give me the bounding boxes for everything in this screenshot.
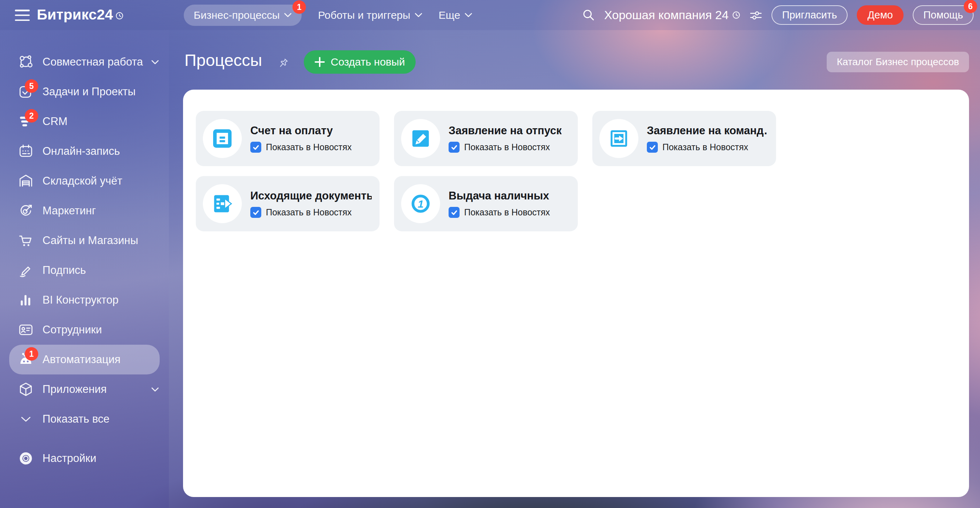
top-nav-label: Роботы и триггеры — [318, 9, 410, 21]
top-nav-label: Еще — [439, 9, 460, 21]
process-feed-toggle[interactable]: Показать в Новостях — [647, 142, 768, 153]
sidebar-item-label: CRM — [43, 115, 68, 128]
invite-button[interactable]: Пригласить — [772, 5, 848, 25]
process-title[interactable]: Счет на оплату — [250, 124, 352, 137]
pin-icon[interactable] — [277, 58, 289, 71]
sidebar-item[interactable]: Маркетинг — [0, 196, 169, 226]
gear-icon — [18, 450, 34, 467]
checkbox-checked-icon[interactable] — [250, 142, 261, 153]
sidebar-item[interactable]: 5Задачи и Проекты — [0, 77, 169, 107]
coin-icon: 1 — [410, 193, 431, 215]
top-nav-item[interactable]: Роботы и триггеры — [318, 9, 422, 21]
app-logo[interactable]: Битрикс24 — [37, 6, 124, 23]
checkbox-checked-icon[interactable] — [250, 207, 261, 218]
logo-text: Битрикс24 — [37, 6, 113, 23]
marketing-icon — [18, 203, 34, 219]
search-icon[interactable] — [582, 8, 595, 22]
chevron-down-icon — [465, 13, 472, 18]
sidebar-item[interactable]: Совместная работа — [0, 47, 169, 77]
process-card-body: Исходящие документыПоказать в Новостях — [250, 190, 372, 218]
process-card[interactable]: Счет на оплатуПоказать в Новостях — [196, 111, 380, 166]
sidebar-item-label: Маркетинг — [43, 204, 96, 217]
invoice-document-icon — [212, 127, 233, 150]
top-nav-item[interactable]: Бизнес-процессы1 — [184, 5, 302, 26]
sidebar-menu: Совместная работа5Задачи и Проекты2CRMОн… — [0, 47, 169, 434]
notification-badge: 5 — [25, 80, 38, 93]
company-switcher[interactable]: Хорошая компания 24 — [605, 8, 740, 22]
sidebar-item[interactable]: 1Автоматизация — [9, 345, 160, 374]
sidebar-item-label: Складской учёт — [43, 175, 122, 187]
sidebar-item-settings[interactable]: Настройки — [0, 444, 169, 473]
sidebar-item[interactable]: Сайты и Магазины — [0, 226, 169, 255]
content-card: Счет на оплатуПоказать в НовостяхЗаявлен… — [183, 90, 969, 497]
sidebar-item[interactable]: Онлайн-запись — [0, 136, 169, 166]
create-new-button[interactable]: Создать новый — [304, 50, 416, 74]
process-feed-toggle[interactable]: Показать в Новостях — [449, 142, 562, 153]
sidebar-item[interactable]: Подпись — [0, 255, 169, 285]
sidebar-item-label: Сотрудники — [43, 323, 102, 336]
process-card[interactable]: Заявление на команд…Показать в Новостях — [592, 111, 776, 166]
process-feed-toggle[interactable]: Показать в Новостях — [449, 207, 550, 218]
top-nav-item[interactable]: Еще — [439, 9, 472, 21]
process-card[interactable]: 1Выдача наличныхПоказать в Новостях — [394, 176, 578, 231]
notification-badge: 2 — [25, 109, 38, 123]
notification-badge: 1 — [25, 347, 38, 361]
process-icon-circle — [203, 119, 242, 158]
sidebar-item-label: Автоматизация — [43, 353, 120, 366]
chevron-down-icon — [18, 411, 34, 427]
checkbox-checked-icon[interactable] — [647, 142, 658, 153]
cube-icon — [18, 381, 34, 398]
sidebar-item-label: Приложения — [43, 383, 107, 396]
checkbox-checked-icon[interactable] — [449, 207, 460, 218]
sidebar-item[interactable]: Показать все — [0, 404, 169, 434]
chevron-down-icon — [284, 13, 292, 18]
calendar-icon — [18, 143, 34, 159]
menu-burger-button[interactable] — [15, 10, 30, 21]
checkbox-checked-icon[interactable] — [449, 142, 460, 153]
process-card-body: Выдача наличныхПоказать в Новостях — [449, 190, 550, 218]
process-title[interactable]: Выдача наличных — [449, 190, 550, 202]
process-card-body: Заявление на команд…Показать в Новостях — [647, 124, 768, 153]
sidebar-item[interactable]: Сотрудники — [0, 315, 169, 345]
topbar-right: Хорошая компания 24 Пригласить Демо Помо… — [582, 0, 974, 30]
sidebar-item-label: Сайты и Магазины — [43, 234, 138, 247]
sidebar-item[interactable]: BI Конструктор — [0, 285, 169, 315]
sidebar-item-label: BI Конструктор — [43, 294, 119, 306]
warehouse-icon — [18, 173, 34, 189]
process-title[interactable]: Исходящие документы — [250, 190, 372, 202]
arrow-document-icon — [608, 127, 630, 150]
collab-icon — [18, 54, 34, 70]
create-new-label: Создать новый — [331, 56, 405, 68]
sidebar: Совместная работа5Задачи и Проекты2CRMОн… — [0, 30, 169, 508]
sidebar-item-label: Совместная работа — [43, 56, 143, 68]
company-name: Хорошая компания 24 — [605, 8, 729, 22]
process-feed-toggle[interactable]: Показать в Новостях — [250, 142, 352, 153]
clock-icon — [115, 7, 124, 23]
checkbox-label: Показать в Новостях — [464, 142, 550, 152]
robot-icon: 1 — [18, 352, 34, 368]
process-icon-circle: 1 — [401, 184, 440, 223]
outgoing-document-icon — [212, 193, 233, 215]
process-title[interactable]: Заявление на команд… — [647, 124, 768, 137]
checkbox-label: Показать в Новостях — [662, 142, 748, 152]
process-title[interactable]: Заявление на отпуск — [449, 124, 562, 137]
chevron-down-icon — [151, 60, 159, 64]
catalog-button[interactable]: Каталог Бизнес процессов — [827, 52, 969, 72]
process-icon-circle — [401, 119, 440, 158]
sliders-icon[interactable] — [749, 10, 762, 21]
bar-chart-icon — [18, 292, 34, 308]
process-feed-toggle[interactable]: Показать в Новостях — [250, 207, 372, 218]
sidebar-item-label: Онлайн-запись — [43, 145, 120, 158]
process-card[interactable]: Исходящие документыПоказать в Новостях — [196, 176, 380, 231]
svg-text:1: 1 — [418, 198, 424, 210]
crm-icon: 2 — [18, 113, 34, 130]
sidebar-item[interactable]: Складской учёт — [0, 166, 169, 196]
checkbox-label: Показать в Новостях — [266, 207, 352, 218]
checkbox-label: Показать в Новостях — [266, 142, 352, 152]
sidebar-item[interactable]: Приложения — [0, 374, 169, 404]
tasks-icon: 5 — [18, 84, 34, 100]
demo-button[interactable]: Демо — [857, 5, 904, 25]
help-button-wrap: Помощь 6 — [913, 5, 974, 25]
process-card[interactable]: Заявление на отпускПоказать в Новостях — [394, 111, 578, 166]
sidebar-item[interactable]: 2CRM — [0, 107, 169, 136]
